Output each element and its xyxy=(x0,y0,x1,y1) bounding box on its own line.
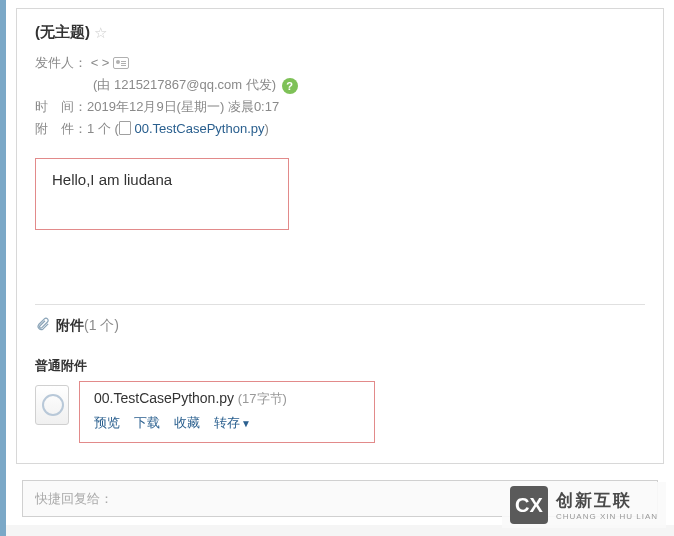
attachment-count: (1 个) xyxy=(84,317,119,333)
attachment-thumbnail-icon[interactable] xyxy=(35,385,69,425)
attach-link[interactable]: 00.TestCasePython.py xyxy=(134,121,264,136)
attach-count: 1 个 xyxy=(87,121,111,136)
behalf-email: 1215217867@qq.com xyxy=(114,77,242,92)
attach-label: 附 件： xyxy=(35,118,87,140)
preview-action[interactable]: 预览 xyxy=(94,414,120,432)
attachment-item: 00.TestCasePython.py (17字节) 预览 下载 收藏 转存▼ xyxy=(35,381,645,443)
watermark: CX 创新互联 CHUANG XIN HU LIAN xyxy=(502,482,666,528)
help-icon[interactable]: ? xyxy=(282,78,298,94)
paperclip-icon xyxy=(35,317,50,335)
attachment-title: 附件 xyxy=(56,317,84,333)
behalf-prefix: (由 xyxy=(93,77,114,92)
star-icon[interactable]: ☆ xyxy=(94,24,107,42)
mail-body-box: Hello,I am liudana xyxy=(35,158,289,230)
subject-row: (无主题) ☆ xyxy=(35,23,645,42)
from-value: < > xyxy=(91,55,110,70)
behalf-suffix: 代发) xyxy=(242,77,276,92)
attachment-actions: 预览 下载 收藏 转存▼ xyxy=(94,414,360,432)
subject-text: (无主题) xyxy=(35,23,90,42)
watermark-logo-icon: CX xyxy=(510,486,548,524)
attachment-header: 附件(1 个) xyxy=(35,317,645,335)
vcard-icon[interactable] xyxy=(113,57,129,69)
mail-container: (无主题) ☆ 发件人： < > (由 1215217867@qq.com 代发… xyxy=(6,0,674,525)
watermark-text: 创新互联 CHUANG XIN HU LIAN xyxy=(556,489,658,521)
watermark-sub: CHUANG XIN HU LIAN xyxy=(556,512,658,521)
time-label: 时 间： xyxy=(35,96,87,118)
attachment-subtitle: 普通附件 xyxy=(35,357,645,375)
watermark-main: 创新互联 xyxy=(556,489,658,512)
from-row: 发件人： < > xyxy=(35,52,645,74)
favorite-action[interactable]: 收藏 xyxy=(174,414,200,432)
from-label: 发件人： xyxy=(35,52,87,74)
chevron-down-icon: ▼ xyxy=(241,418,251,429)
attachment-filename-row: 00.TestCasePython.py (17字节) xyxy=(94,390,360,408)
time-row: 时 间：2019年12月9日(星期一) 凌晨0:17 xyxy=(35,96,645,118)
attachment-filename: 00.TestCasePython.py xyxy=(94,390,234,406)
mail-panel: (无主题) ☆ 发件人： < > (由 1215217867@qq.com 代发… xyxy=(16,8,664,464)
attachment-detail-box: 00.TestCasePython.py (17字节) 预览 下载 收藏 转存▼ xyxy=(79,381,375,443)
from-behalf-row: (由 1215217867@qq.com 代发) ? xyxy=(35,74,645,96)
left-accent-strip xyxy=(0,0,6,536)
file-icon xyxy=(119,121,131,135)
attachment-size: (17字节) xyxy=(238,391,287,406)
download-action[interactable]: 下载 xyxy=(134,414,160,432)
time-value: 2019年12月9日(星期一) 凌晨0:17 xyxy=(87,99,279,114)
attach-meta-row: 附 件：1 个 ( 00.TestCasePython.py) xyxy=(35,118,645,140)
forward-action[interactable]: 转存▼ xyxy=(214,414,251,432)
mail-body-text: Hello,I am liudana xyxy=(52,171,272,188)
attachment-section: 附件(1 个) 普通附件 00.TestCasePython.py (17字节)… xyxy=(35,304,645,443)
